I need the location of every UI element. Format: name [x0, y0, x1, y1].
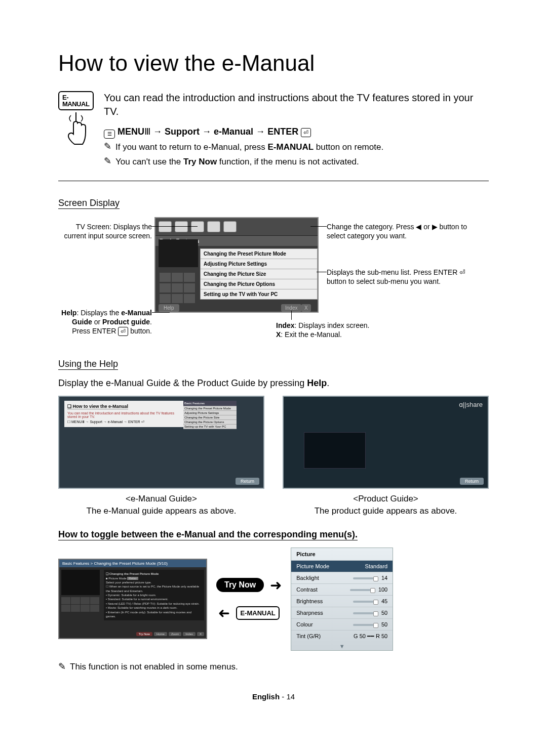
help-button-mock: Help: [159, 304, 179, 312]
menu-remote-icon: ☰: [104, 130, 115, 139]
screen-display-diagram: Basic Features Changing the Preset Pictu…: [58, 217, 489, 349]
menu-path: ☰ MENUⅢ → Support → e-Manual → ENTER ⏎: [104, 125, 489, 139]
product-guide-image: [304, 432, 366, 469]
emanual-page-mock: Basic Features > Changing the Preset Pic…: [58, 559, 207, 639]
note-2: ✎ You can't use the Try Now function, if…: [104, 156, 489, 168]
note-icon: ✎: [58, 662, 66, 672]
picture-menu-row: Backlight14: [291, 572, 393, 583]
path-support: Support: [165, 127, 200, 137]
submenu-item: Changing the Picture Size: [201, 269, 317, 279]
emanual-guide-desc: The e-Manual guide appears as above.: [58, 506, 264, 516]
note-1: ✎ If you want to return to e-Manual, pre…: [104, 142, 489, 153]
product-guide-mock: ɑ||share Return: [283, 396, 489, 489]
emanual-badge: E-MANUAL: [58, 91, 94, 110]
hand-press-icon: [63, 111, 89, 147]
intro-text: You can read the introduction and instru…: [104, 91, 489, 118]
submenu-item: Adjusting Picture Settings: [201, 259, 317, 269]
using-help-desc: Display the e-Manual Guide & the Product…: [58, 378, 489, 389]
allshare-logo: ɑ||share: [459, 401, 483, 408]
picture-menu-row: Brightness45: [291, 595, 393, 607]
page-title: How to view the e-Manual: [58, 51, 489, 76]
toggle-arrows: Try Now ➜ ➜ E-MANUAL: [216, 577, 282, 621]
emanual-guide-title: <e-Manual Guide>: [58, 494, 264, 504]
enter-icon: ⏎: [301, 128, 311, 137]
submenu-list-mock: Changing the Preset Picture ModeAdjustin…: [200, 248, 318, 300]
arrow-left-icon: ➜: [218, 605, 230, 621]
picture-menu-mock: Picture Picture ModeStandardBacklight14C…: [291, 548, 393, 651]
callout-tv-screen: TV Screen: Displays the current input so…: [58, 222, 152, 240]
note-icon: ✎: [104, 156, 111, 165]
category-icon-strip: [155, 218, 318, 236]
picture-menu-row: Tint (G/R)G 50 ━━ R 50: [291, 630, 393, 642]
footnote: ✎ This function is not enabled in some m…: [58, 662, 489, 672]
screen-display-heading: Screen Display: [58, 198, 120, 209]
picture-menu-row: Colour50: [291, 618, 393, 630]
tv-preview-thumb: [159, 239, 198, 267]
submenu-item: Changing the Picture Options: [201, 279, 317, 289]
callout-submenu: Displays the sub-menu list. Press ENTER …: [327, 268, 479, 286]
callout-help: Help: Displays the e-Manual Guide or Pro…: [58, 308, 152, 336]
x-button-mock: X: [301, 304, 311, 312]
submenu-item: Setting up the TV with Your PC: [201, 289, 317, 299]
enter-icon: ⏎: [118, 327, 128, 336]
emanual-remote-illustration: E-MANUAL: [58, 91, 94, 168]
arrow-right-icon: ➜: [270, 577, 282, 594]
page-number: English - 14: [58, 692, 489, 701]
try-now-badge: Try Now: [216, 578, 264, 592]
callout-change-category: Change the category. Press ◀ or ▶ button…: [327, 222, 479, 240]
toggle-heading: How to toggle between the e-Manual and t…: [58, 529, 358, 540]
return-button: Return: [460, 478, 484, 485]
callout-index-x: Index: Displays index screen. X: Exit th…: [276, 321, 428, 339]
note-icon: ✎: [104, 142, 111, 151]
picture-menu-row: Picture ModeStandard: [291, 560, 393, 572]
picture-menu-row: Sharpness50: [291, 607, 393, 618]
path-emanual: e-Manual: [214, 127, 253, 137]
product-guide-title: <Product Guide>: [283, 494, 489, 504]
return-button: Return: [236, 478, 259, 485]
emanual-badge: E-MANUAL: [236, 606, 279, 620]
picture-menu-row: Contrast100: [291, 583, 393, 595]
submenu-item: Changing the Preset Picture Mode: [201, 249, 317, 259]
emanual-guide-mock: ❏ How to view the e-Manual You can read …: [58, 396, 264, 489]
using-help-heading: Using the Help: [58, 359, 118, 370]
product-guide-desc: The product guide appears as above.: [283, 506, 489, 516]
intro-block: E-MANUAL You can read the introduction a…: [58, 91, 489, 181]
menu-label: MENU: [118, 127, 144, 137]
tv-thumb-grid: [159, 272, 200, 305]
path-enter: ENTER: [267, 127, 298, 137]
